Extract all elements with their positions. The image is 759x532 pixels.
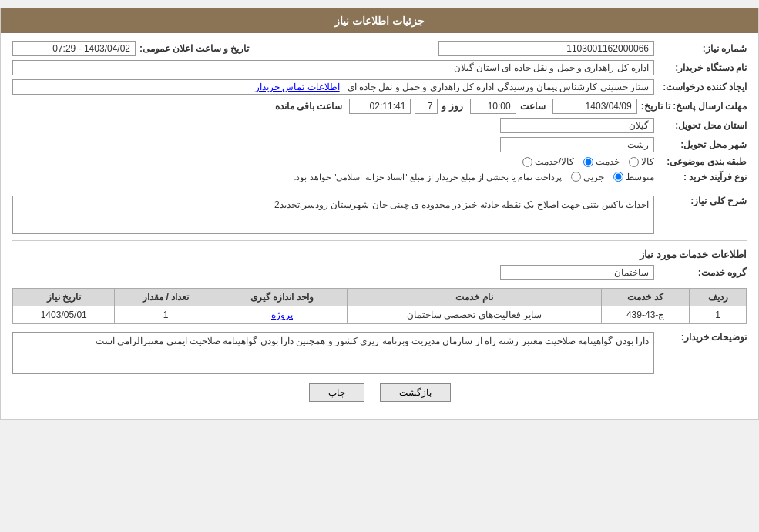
creator-label: ایجاد کننده درخواست: — [658, 82, 747, 92]
deadline-date: 1403/04/09 — [552, 99, 637, 114]
deadline-row: مهلت ارسال پاسخ: تا تاریخ: 1403/04/09 سا… — [12, 99, 747, 114]
table-row: 1 ج-43-439 سایر فعالیت‌های تخصصی ساختمان… — [13, 306, 747, 324]
purchase-type-row: نوع فرآیند خرید : متوسط جزیی پرداخت تمام… — [12, 171, 747, 182]
services-section-title: اطلاعات خدمات مورد نیاز — [12, 249, 747, 260]
deadline-days: 7 — [415, 99, 438, 114]
city-row: شهر محل تحویل: رشت — [12, 137, 747, 152]
city-label: شهر محل تحویل: — [658, 139, 747, 150]
time-label: ساعت — [520, 101, 546, 112]
service-group-label: گروه خدمت: — [658, 267, 747, 278]
province-label: استان محل تحویل: — [658, 120, 747, 131]
purchase-motevaset-item: متوسط — [613, 172, 654, 182]
need-number-label: شماره نیاز: — [658, 43, 747, 54]
cell-unit: پروژه — [217, 306, 348, 324]
back-button[interactable]: بازگشت — [380, 383, 451, 402]
need-desc-label: شرح کلی نیاز: — [658, 196, 747, 206]
purchase-type-note: پرداخت تمام یا بخشی از مبلغ خریدار از مب… — [294, 172, 562, 182]
creator-link[interactable]: اطلاعات تماس خریدار — [255, 82, 340, 92]
content-area: شماره نیاز: 1103001162000066 تاریخ و ساع… — [1, 33, 758, 419]
buyer-org-label: نام دستگاه خریدار: — [658, 62, 747, 73]
cell-service-code: ج-43-439 — [602, 306, 690, 324]
deadline-time: 10:00 — [470, 99, 516, 114]
col-service-name: نام خدمت — [348, 289, 602, 306]
buyer-org-row: نام دستگاه خریدار: اداره کل راهداری و حم… — [12, 60, 747, 75]
category-kala-label: کالا — [641, 156, 654, 167]
category-kala-khadamat-item: کالا/خدمت — [522, 156, 574, 167]
col-unit: واحد اندازه گیری — [217, 289, 348, 306]
deadline-remaining: 02:11:41 — [349, 99, 411, 114]
category-kala-khadamat-label: کالا/خدمت — [535, 156, 574, 167]
province-row: استان محل تحویل: گیلان — [12, 118, 747, 133]
cell-rownum: 1 — [690, 306, 747, 324]
purchase-motevaset-radio[interactable] — [613, 172, 623, 182]
category-label: طبقه بندی موضوعی: — [658, 156, 747, 167]
buyer-notes-row: توضیحات خریدار: دارا بودن گواهینامه صلاح… — [12, 332, 747, 374]
cell-quantity: 1 — [115, 306, 217, 324]
category-khadamat-radio[interactable] — [583, 157, 593, 167]
category-row: طبقه بندی موضوعی: کالا/خدمت خدمت کالا — [12, 156, 747, 167]
days-label: روز و — [442, 101, 462, 112]
cell-date: 1403/05/01 — [13, 306, 115, 324]
city-value: رشت — [500, 137, 654, 152]
purchase-type-options: متوسط جزیی پرداخت تمام یا بخشی از مبلغ خ… — [294, 171, 654, 182]
page-title: جزئیات اطلاعات نیاز — [334, 15, 425, 27]
category-kala-item: کالا — [629, 156, 654, 167]
creator-value: ستار حسینی کارشناس پیمان ورسیدگی اداره ک… — [12, 79, 654, 95]
creator-row: ایجاد کننده درخواست: ستار حسینی کارشناس … — [12, 79, 747, 95]
purchase-type-label: نوع فرآیند خرید : — [658, 172, 747, 182]
need-number-row: شماره نیاز: 1103001162000066 تاریخ و ساع… — [12, 41, 747, 56]
services-table: ردیف کد خدمت نام خدمت واحد اندازه گیری ت… — [12, 288, 747, 324]
services-table-section: ردیف کد خدمت نام خدمت واحد اندازه گیری ت… — [12, 288, 747, 324]
announce-label: تاریخ و ساعت اعلان عمومی: — [139, 43, 249, 54]
footer-buttons: بازگشت چاپ — [12, 383, 747, 402]
category-kala-radio[interactable] — [629, 157, 639, 167]
need-desc-row: شرح کلی نیاز: احداث باکس بتنی جهت اصلاح … — [12, 196, 747, 234]
remaining-label: ساعت باقی مانده — [275, 101, 343, 112]
province-value: گیلان — [500, 118, 654, 133]
purchase-jozi-radio[interactable] — [571, 172, 581, 182]
purchase-jozi-item: جزیی — [571, 172, 604, 182]
buyer-notes-value: دارا بودن گواهینامه صلاحیت معتبر رشته را… — [12, 332, 654, 374]
category-khadamat-item: خدمت — [583, 156, 620, 167]
need-desc-value: احداث باکس بتنی جهت اصلاح یک نقطه حادثه … — [12, 196, 654, 234]
creator-text: ستار حسینی کارشناس پیمان ورسیدگی اداره ک… — [348, 82, 649, 92]
col-quantity: تعداد / مقدار — [115, 289, 217, 306]
category-khadamat-label: خدمت — [596, 156, 620, 167]
service-group-value: ساختمان — [500, 265, 654, 280]
col-service-code: کد خدمت — [602, 289, 690, 306]
category-kala-khadamat-radio[interactable] — [522, 157, 532, 167]
buyer-org-value: اداره کل راهداری و حمل و نقل جاده ای است… — [12, 60, 654, 75]
cell-service-name: سایر فعالیت‌های تخصصی ساختمان — [348, 306, 602, 324]
table-header-row: ردیف کد خدمت نام خدمت واحد اندازه گیری ت… — [13, 289, 747, 306]
category-radio-group: کالا/خدمت خدمت کالا — [522, 156, 654, 167]
col-date: تاریخ نیاز — [13, 289, 115, 306]
buyer-notes-label: توضیحات خریدار: — [658, 332, 747, 343]
need-number-value: 1103001162000066 — [438, 41, 654, 56]
page-wrapper: جزئیات اطلاعات نیاز شماره نیاز: 11030011… — [0, 8, 759, 420]
purchase-motevaset-label: متوسط — [626, 172, 654, 182]
deadline-label: مهلت ارسال پاسخ: تا تاریخ: — [641, 101, 747, 112]
service-group-row: گروه خدمت: ساختمان — [12, 265, 747, 280]
page-header: جزئیات اطلاعات نیاز — [1, 8, 758, 33]
purchase-jozi-label: جزیی — [583, 172, 604, 182]
announce-value: 1403/04/02 - 07:29 — [12, 41, 136, 56]
print-button[interactable]: چاپ — [309, 383, 364, 402]
col-rownum: ردیف — [690, 289, 747, 306]
